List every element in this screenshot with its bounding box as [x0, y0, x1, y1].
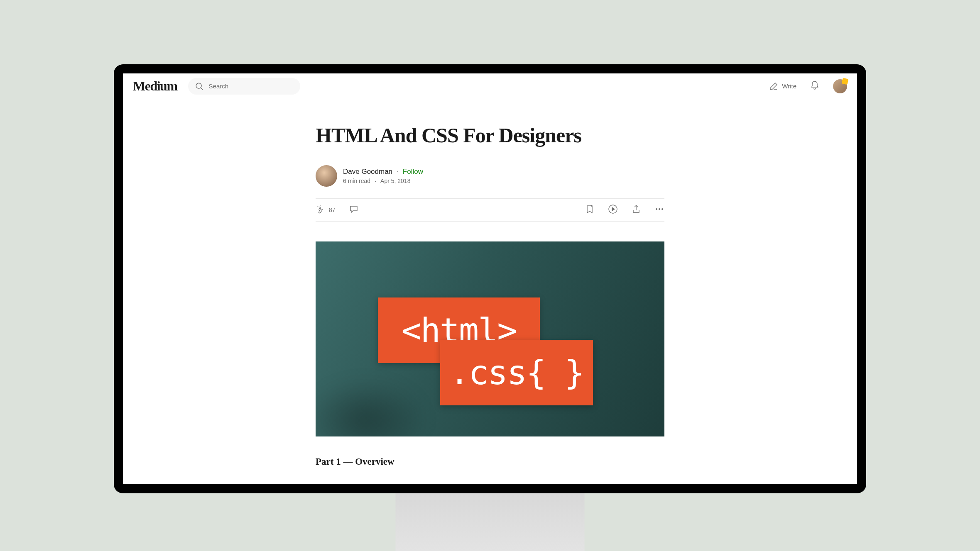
hero-css-tag: .css{ }	[440, 340, 593, 405]
search-icon	[195, 82, 204, 91]
svg-point-4	[659, 208, 660, 210]
user-avatar[interactable]	[833, 79, 847, 93]
bell-icon	[810, 80, 820, 90]
svg-point-3	[656, 208, 657, 210]
author-name[interactable]: Dave Goodman	[343, 168, 392, 176]
comment-icon	[349, 204, 359, 214]
separator-dot: ·	[397, 168, 399, 176]
hero-image: <html> .css{ }	[316, 241, 664, 436]
listen-button[interactable]	[608, 204, 618, 216]
search-input[interactable]	[209, 83, 294, 90]
search-field[interactable]	[188, 78, 300, 95]
svg-point-0	[196, 83, 201, 88]
comment-button[interactable]	[349, 204, 359, 216]
monitor-stand	[396, 493, 585, 551]
separator-dot: ·	[375, 178, 376, 184]
author-avatar[interactable]	[316, 165, 337, 187]
read-time: 6 min read	[343, 178, 370, 184]
clap-count: 87	[329, 207, 336, 213]
svg-point-5	[662, 208, 663, 210]
site-logo[interactable]: Medium	[133, 78, 177, 94]
more-button[interactable]	[654, 204, 664, 216]
article-title: HTML And CSS For Designers	[316, 124, 664, 147]
header: Medium Write	[123, 73, 857, 99]
notifications-button[interactable]	[810, 80, 820, 92]
section-heading: Part 1 — Overview	[316, 456, 664, 467]
clap-button[interactable]: 87	[316, 205, 336, 215]
write-label: Write	[782, 83, 796, 90]
follow-button[interactable]: Follow	[403, 168, 423, 176]
write-button[interactable]: Write	[769, 81, 796, 91]
play-icon	[608, 204, 618, 214]
write-icon	[769, 81, 779, 91]
article-toolbar: 87	[316, 198, 664, 222]
author-row: Dave Goodman · Follow 6 min read · Apr 5…	[316, 165, 664, 187]
share-icon	[631, 204, 641, 214]
bookmark-button[interactable]	[585, 204, 595, 216]
clap-icon	[316, 205, 326, 215]
share-button[interactable]	[631, 204, 641, 216]
svg-line-1	[201, 88, 203, 90]
article: HTML And CSS For Designers Dave Goodman …	[316, 99, 664, 467]
more-icon	[654, 204, 664, 214]
bookmark-icon	[585, 204, 595, 214]
monitor-frame: Medium Write HTML And CSS For Designers	[114, 64, 866, 493]
publish-date: Apr 5, 2018	[380, 178, 410, 184]
screen: Medium Write HTML And CSS For Designers	[123, 73, 857, 484]
